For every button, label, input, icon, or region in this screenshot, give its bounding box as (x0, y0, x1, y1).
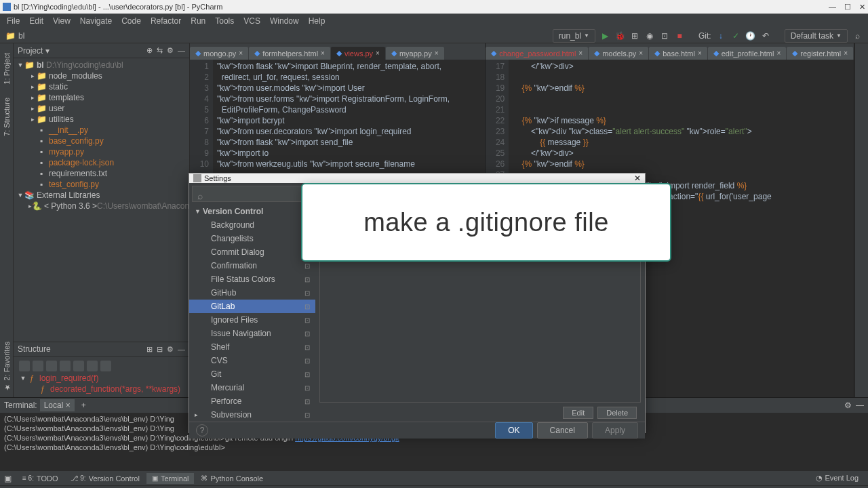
menu-code[interactable]: Code (117, 15, 145, 27)
settings-item-commit-dialog[interactable]: Commit Dialog (189, 245, 315, 259)
tool-window-python-console[interactable]: ⌘Python Console (195, 473, 269, 484)
close-button[interactable]: ✕ (859, 3, 865, 12)
menu-window[interactable]: Window (266, 15, 303, 27)
target-icon[interactable]: ⊕ (146, 46, 153, 55)
settings-item-changelists[interactable]: Changelists (189, 232, 315, 245)
struct-btn[interactable] (46, 361, 57, 371)
editor-tab[interactable]: ◆base.html× (649, 47, 707, 60)
settings-item-github[interactable]: GitHub⊡ (189, 286, 315, 300)
search-everywhere-button[interactable]: ⌕ (852, 30, 863, 41)
settings-item-gitlab[interactable]: GitLab⊡ (189, 300, 315, 313)
struct-btn[interactable] (100, 361, 111, 371)
structure-item[interactable]: ▼ƒlogin_required(f) (16, 373, 186, 384)
settings-item-version-control[interactable]: ▼ Version Control (189, 205, 315, 218)
menu-file[interactable]: File (3, 15, 24, 27)
menu-tools[interactable]: Tools (211, 15, 238, 27)
settings-item-issue-navigation[interactable]: Issue Navigation⊡ (189, 327, 315, 340)
menu-navigate[interactable]: Navigate (76, 15, 116, 27)
struct-btn[interactable] (19, 361, 30, 371)
coverage-button[interactable]: ⊞ (629, 30, 640, 41)
collapse-icon[interactable]: ⇆ (157, 46, 163, 55)
editor-tab[interactable]: ◆myapp.py× (386, 47, 444, 60)
settings-item-cvs[interactable]: CVS⊡ (189, 354, 315, 367)
debug-button[interactable]: 🐞 (614, 30, 625, 41)
editor-tab[interactable]: ◆models.py× (589, 47, 648, 60)
settings-search-input[interactable] (192, 186, 313, 202)
expand-icon[interactable]: ⊞ (146, 345, 153, 354)
settings-item-confirmation[interactable]: Confirmation⊡ (189, 259, 315, 272)
tree-item[interactable]: ▪myapp.py (14, 146, 189, 157)
gear-icon[interactable]: ⚙ (844, 401, 852, 410)
menu-view[interactable]: View (49, 15, 75, 27)
hide-icon[interactable]: — (178, 46, 185, 55)
vcs-history-button[interactable]: 🕐 (745, 30, 756, 41)
tree-item[interactable]: ▸📁static (14, 81, 189, 92)
struct-btn[interactable] (60, 361, 71, 371)
apply-button[interactable]: Apply (592, 422, 638, 439)
hide-icon[interactable]: — (856, 401, 864, 410)
vcs-commit-button[interactable]: ✓ (730, 30, 741, 41)
struct-btn[interactable] (73, 361, 84, 371)
settings-item-shelf[interactable]: Shelf⊡ (189, 340, 315, 354)
task-selector[interactable]: Default task ▼ (785, 29, 848, 43)
menu-refactor[interactable]: Refactor (146, 15, 185, 27)
struct-btn[interactable] (33, 361, 43, 371)
tree-item[interactable]: ▪__init__.py (14, 125, 189, 136)
settings-item-ignored-files[interactable]: Ignored Files⊡ (189, 313, 315, 327)
settings-item-background[interactable]: Background (189, 218, 315, 232)
menu-run[interactable]: Run (186, 15, 210, 27)
menu-help[interactable]: Help (304, 15, 330, 27)
gear-icon[interactable]: ⚙ (167, 345, 174, 354)
dialog-close-button[interactable]: ✕ (634, 174, 641, 183)
menu-edit[interactable]: Edit (25, 15, 47, 27)
editor-tab[interactable]: ◆views.py× (331, 47, 385, 60)
tree-item[interactable]: ▪requirements.txt (14, 168, 189, 179)
editor-tab[interactable]: ◆register.html× (787, 47, 853, 60)
maximize-button[interactable]: ☐ (844, 3, 851, 12)
project-tree[interactable]: ▼ 📁 bl D:\Ying\coding\edu\bl ▸📁node_modu… (14, 58, 189, 342)
python-sdk[interactable]: ▸🐍< Python 3.6 > C:\Users\wombat\Anacond… (14, 201, 189, 211)
hide-icon[interactable]: — (178, 345, 185, 354)
menu-vcs[interactable]: VCS (239, 15, 264, 27)
settings-tree[interactable]: ▼ Version ControlBackgroundChangelistsCo… (189, 205, 315, 422)
struct-btn[interactable] (87, 361, 98, 371)
stop-button[interactable]: ■ (674, 30, 685, 41)
help-button[interactable]: ? (196, 424, 208, 436)
tree-item[interactable]: ▸📁templates (14, 92, 189, 103)
run-button[interactable]: ▶ (599, 30, 610, 41)
settings-item-subversion[interactable]: ▸ Subversion⊡ (189, 408, 315, 422)
editor-tab[interactable]: ◆edit_profile.html× (708, 47, 787, 60)
delete-button[interactable]: Delete (597, 407, 637, 419)
project-root[interactable]: ▼ 📁 bl D:\Ying\coding\edu\bl (14, 60, 189, 70)
editor-tab[interactable]: ◆mongo.py× (190, 47, 248, 60)
tool-window-terminal[interactable]: ▣Terminal (146, 473, 195, 484)
tw-toggle[interactable]: ▣ (4, 474, 12, 483)
settings-item-git[interactable]: Git⊡ (189, 367, 315, 381)
tool-window-todo[interactable]: ≡ 6:TODO (17, 473, 64, 484)
vcs-update-button[interactable]: ↓ (715, 30, 726, 41)
profile-button[interactable]: ◉ (644, 30, 655, 41)
tree-item[interactable]: ▸📁user (14, 103, 189, 114)
project-tool-button[interactable]: 1: Project (3, 53, 11, 84)
cancel-button[interactable]: Cancel (537, 422, 588, 439)
external-libraries[interactable]: ▼📚External Libraries (14, 190, 189, 201)
settings-item-mercurial[interactable]: Mercurial⊡ (189, 381, 315, 394)
settings-item-file-status-colors[interactable]: File Status Colors⊡ (189, 272, 315, 286)
gear-icon[interactable]: ⚙ (167, 46, 174, 55)
settings-item-perforce[interactable]: Perforce⊡ (189, 394, 315, 408)
ok-button[interactable]: OK (495, 422, 532, 439)
favorites-tool-button[interactable]: ★ 2: Favorites (2, 342, 11, 392)
tree-item[interactable]: ▸📁node_modules (14, 70, 189, 81)
terminal-add-tab[interactable]: + (77, 399, 90, 411)
collapse-all-icon[interactable]: ⊟ (157, 345, 163, 354)
tree-item[interactable]: ▪test_config.py (14, 179, 189, 190)
breadcrumb[interactable]: bl (18, 31, 24, 41)
edit-button[interactable]: Edit (563, 407, 593, 419)
structure-tool-button[interactable]: 7: Structure (3, 98, 11, 136)
event-log-button[interactable]: ◔ Event Log (810, 472, 864, 484)
structure-item[interactable]: ƒdecorated_function(*args, **kwargs) (16, 384, 186, 394)
tree-item[interactable]: ▪base_config.py (14, 136, 189, 146)
vcs-revert-button[interactable]: ↶ (760, 30, 771, 41)
run-config-selector[interactable]: run_bl ▼ (553, 29, 595, 43)
minimize-button[interactable]: — (829, 3, 836, 12)
